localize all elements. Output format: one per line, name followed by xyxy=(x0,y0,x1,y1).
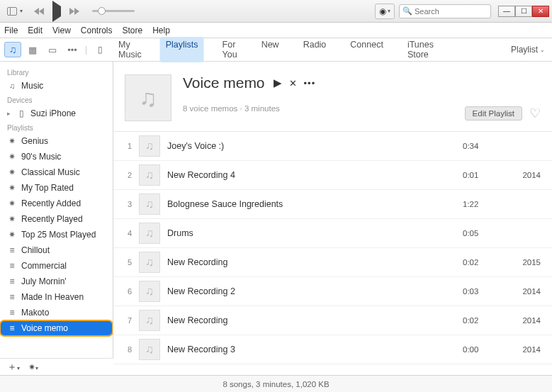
sidebar-item-label: Voice memo xyxy=(21,323,68,333)
sidebar-item-playlist[interactable]: Chillout xyxy=(0,242,113,258)
add-button[interactable]: ＋▾ xyxy=(7,361,20,374)
sidebar-item-playlist[interactable]: Classical Music xyxy=(0,164,113,180)
movies-view-icon[interactable]: ▦ xyxy=(24,42,41,57)
track-number: 6 xyxy=(118,287,132,296)
shuffle-button[interactable]: ✕ xyxy=(289,78,297,89)
sidebar-item-playlist[interactable]: Voice memo xyxy=(0,320,113,336)
track-year: 2014 xyxy=(512,345,541,354)
sidebar-item-playlist[interactable]: Commercial xyxy=(0,258,113,274)
sidebar-item-label: Recently Played xyxy=(21,214,83,224)
next-button[interactable] xyxy=(69,8,79,15)
tab-radio[interactable]: Radio xyxy=(298,37,332,62)
tab-itunes-store[interactable]: iTunes Store xyxy=(402,37,439,62)
minimize-button[interactable]: — xyxy=(498,6,515,17)
sidebar: Library Music Devices ▸▯Suzi iPhone Play… xyxy=(0,62,113,375)
more-options-button[interactable]: ••• xyxy=(304,78,316,89)
sidebar-item-playlist[interactable]: Genius xyxy=(0,133,113,149)
previous-button[interactable] xyxy=(34,8,44,15)
titlebar: ▾ ◉▾ 🔍 — ☐ ✕ xyxy=(0,0,552,23)
view-mode-button[interactable]: Playlist⌄ xyxy=(511,45,552,55)
track-number: 1 xyxy=(118,142,132,150)
track-name: New Recording 4 xyxy=(167,170,456,180)
sidebar-item-playlist[interactable]: Recently Added xyxy=(0,196,113,211)
disclosure-icon[interactable]: ▸ xyxy=(7,110,11,117)
sidebar-item-playlist[interactable]: Top 25 Most Played xyxy=(0,227,113,242)
love-button[interactable]: ♡ xyxy=(529,106,541,121)
sidebar-heading-devices: Devices xyxy=(0,94,113,106)
edit-playlist-button[interactable]: Edit Playlist xyxy=(465,106,522,121)
settings-button[interactable]: ✷▾ xyxy=(28,362,38,372)
sidebar-item-playlist[interactable]: Made In Heaven xyxy=(0,289,113,305)
playlist-icon xyxy=(7,323,17,333)
tab-my-music[interactable]: My Music xyxy=(113,37,147,62)
playlist-artwork: ♫ xyxy=(125,74,171,121)
track-list: 1♫Joey's Voice :)0:342♫New Recording 40:… xyxy=(113,132,552,375)
track-row[interactable]: 4♫Drums0:05 xyxy=(113,219,552,248)
menu-edit[interactable]: Edit xyxy=(28,26,43,35)
track-artwork: ♫ xyxy=(139,135,160,157)
device-icon[interactable]: ▯ xyxy=(91,42,108,57)
menu-file[interactable]: File xyxy=(4,26,18,35)
track-artwork: ♫ xyxy=(139,164,160,186)
menu-help[interactable]: Help xyxy=(152,26,170,35)
smart-playlist-icon xyxy=(7,167,17,177)
track-duration: 1:22 xyxy=(463,200,505,208)
search-icon: 🔍 xyxy=(402,6,412,16)
tab-connect[interactable]: Connect xyxy=(344,37,389,62)
playlist-icon xyxy=(7,308,17,318)
track-name: New Recording xyxy=(167,257,456,267)
tab-new[interactable]: New xyxy=(256,37,285,62)
tab-playlists[interactable]: Playlists xyxy=(160,37,204,62)
track-duration: 0:01 xyxy=(463,171,505,179)
track-duration: 0:05 xyxy=(463,229,505,237)
maximize-button[interactable]: ☐ xyxy=(515,6,532,17)
search-input[interactable]: 🔍 xyxy=(399,4,491,18)
smart-playlist-icon xyxy=(7,230,17,240)
track-row[interactable]: 7♫New Recording0:022014 xyxy=(113,306,552,335)
track-row[interactable]: 1♫Joey's Voice :)0:34 xyxy=(113,132,552,161)
smart-playlist-icon xyxy=(7,152,17,162)
track-row[interactable]: 3♫Bolognese Sauce Ingredients1:22 xyxy=(113,190,552,219)
chevron-down-icon[interactable]: ▾ xyxy=(20,8,23,14)
track-row[interactable]: 5♫New Recording0:022015 xyxy=(113,248,552,277)
sidebar-item-music[interactable]: Music xyxy=(0,78,113,94)
track-row[interactable]: 2♫New Recording 40:012014 xyxy=(113,161,552,190)
more-view-icon[interactable]: ••• xyxy=(64,42,81,57)
play-playlist-button[interactable]: ▶ xyxy=(274,77,282,89)
menu-view[interactable]: View xyxy=(52,26,71,35)
track-name: Joey's Voice :) xyxy=(167,141,456,151)
sidebar-item-playlist[interactable]: Makoto xyxy=(0,305,113,320)
track-name: Bolognese Sauce Ingredients xyxy=(167,199,456,209)
tab-for-you[interactable]: For You xyxy=(217,37,243,62)
track-year: 2014 xyxy=(512,316,541,325)
tv-view-icon[interactable]: ▭ xyxy=(44,42,61,57)
track-duration: 0:02 xyxy=(463,258,505,267)
playlist-title: Voice memo xyxy=(183,74,265,91)
menu-controls[interactable]: Controls xyxy=(81,26,113,35)
track-artwork: ♫ xyxy=(139,194,160,215)
sidebar-item-playlist[interactable]: Recently Played xyxy=(0,211,113,227)
track-row[interactable]: 6♫New Recording 20:032014 xyxy=(113,277,552,306)
sidebar-item-device[interactable]: ▸▯Suzi iPhone xyxy=(0,106,113,121)
track-duration: 0:00 xyxy=(463,345,505,354)
account-button[interactable]: ◉▾ xyxy=(375,4,395,19)
volume-slider[interactable] xyxy=(92,10,135,12)
sidebar-item-playlist[interactable]: July Mornin' xyxy=(0,274,113,289)
music-view-icon[interactable]: ♫ xyxy=(4,42,21,57)
track-duration: 0:34 xyxy=(463,142,505,150)
sidebar-item-label: 90's Music xyxy=(21,152,61,162)
track-row[interactable]: 8♫New Recording 30:002014 xyxy=(113,335,552,364)
track-name: New Recording 2 xyxy=(167,286,456,296)
content-area: ♫ Voice memo ▶ ✕ ••• 8 voice memos · 3 m… xyxy=(113,62,552,375)
track-name: Drums xyxy=(167,228,456,238)
close-button[interactable]: ✕ xyxy=(532,6,549,17)
sidebar-toggle-button[interactable] xyxy=(6,5,18,18)
track-duration: 0:02 xyxy=(463,316,505,325)
menu-store[interactable]: Store xyxy=(123,26,143,35)
sidebar-item-playlist[interactable]: 90's Music xyxy=(0,149,113,164)
sidebar-item-playlist[interactable]: My Top Rated xyxy=(0,180,113,196)
play-button[interactable] xyxy=(52,6,61,16)
tabbar: ♫ ▦ ▭ ••• | ▯ My Music Playlists For You… xyxy=(0,38,552,62)
sidebar-item-label: Genius xyxy=(21,136,48,146)
track-artwork: ♫ xyxy=(139,281,160,302)
